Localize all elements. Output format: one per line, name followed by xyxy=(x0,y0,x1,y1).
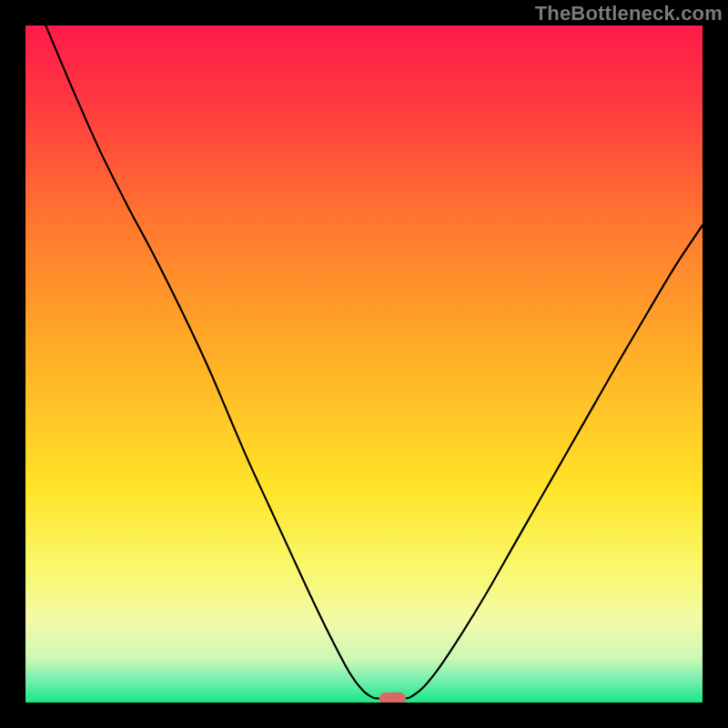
plot-area xyxy=(25,25,703,703)
optimal-marker xyxy=(379,693,406,703)
heatmap-background xyxy=(25,25,703,703)
chart-frame: TheBottleneck.com xyxy=(0,0,728,728)
watermark-label: TheBottleneck.com xyxy=(535,2,723,25)
bottleneck-chart xyxy=(25,25,703,703)
